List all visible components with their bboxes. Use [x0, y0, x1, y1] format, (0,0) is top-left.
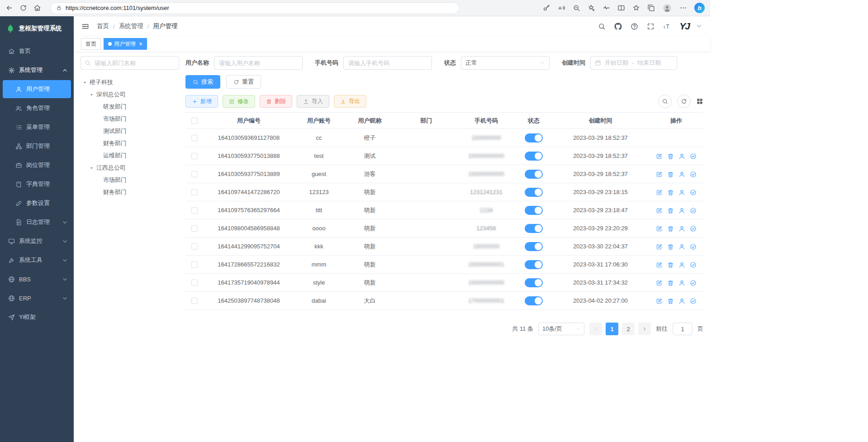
reset-button[interactable]: 重置	[226, 75, 261, 89]
profile-avatar[interactable]	[662, 3, 672, 13]
sidebar-item[interactable]: 角色管理	[0, 99, 74, 118]
sidebar-item[interactable]: 系统监控	[0, 232, 74, 251]
browser-back-icon[interactable]	[5, 4, 13, 12]
delete-row-icon[interactable]	[667, 207, 674, 214]
row-checkbox[interactable]	[191, 135, 198, 141]
reset-password-icon[interactable]	[678, 153, 685, 160]
sidebar-item[interactable]: 用户管理	[3, 80, 71, 98]
assign-role-icon[interactable]	[690, 280, 697, 286]
tree-node[interactable]: 财务部门	[81, 186, 179, 198]
assign-role-icon[interactable]	[690, 243, 697, 250]
tab-close-icon[interactable]: ×	[139, 41, 142, 47]
font-size-icon[interactable]: tT	[663, 23, 671, 30]
url-bar[interactable]: https://ccnetcore.com:1101/system/user	[50, 2, 460, 14]
status-toggle[interactable]	[525, 133, 543, 143]
tree-expand-icon[interactable]	[89, 92, 96, 97]
breadcrumb-item[interactable]: 系统管理	[119, 22, 143, 30]
tree-node[interactable]: 运维部门	[81, 149, 179, 162]
column-settings-icon[interactable]	[696, 98, 703, 105]
status-toggle[interactable]	[525, 296, 543, 305]
row-checkbox[interactable]	[191, 298, 198, 304]
sidebar-item[interactable]: 系统管理	[0, 61, 74, 80]
tree-node[interactable]: 江西总公司	[81, 162, 179, 174]
status-toggle[interactable]	[525, 224, 543, 233]
edit-row-icon[interactable]	[656, 243, 663, 250]
collections-icon[interactable]	[647, 4, 655, 12]
tree-node[interactable]: 市场部门	[81, 174, 179, 186]
browser-more-icon[interactable]	[679, 4, 687, 12]
view-tab[interactable]: 首页	[81, 38, 101, 50]
assign-role-icon[interactable]	[690, 207, 697, 214]
refresh-table-button[interactable]	[677, 95, 691, 108]
row-checkbox[interactable]	[191, 225, 198, 232]
sidebar-item[interactable]: 字典管理	[0, 175, 74, 194]
row-checkbox[interactable]	[191, 171, 198, 177]
row-checkbox[interactable]	[191, 189, 198, 195]
phone-input[interactable]	[343, 56, 432, 70]
user-avatar[interactable]: YJ	[679, 21, 689, 32]
delete-row-icon[interactable]	[667, 261, 674, 268]
password-key-icon[interactable]	[543, 4, 550, 12]
status-toggle[interactable]	[525, 260, 543, 269]
status-toggle[interactable]	[525, 188, 543, 197]
dept-search-input[interactable]	[81, 56, 179, 70]
delete-row-icon[interactable]	[667, 243, 674, 250]
delete-row-icon[interactable]	[667, 225, 674, 232]
assign-role-icon[interactable]	[690, 189, 697, 196]
favorites-icon[interactable]	[632, 4, 640, 12]
select-all-checkbox[interactable]	[191, 118, 198, 124]
tree-expand-icon[interactable]	[89, 165, 96, 171]
tree-node[interactable]: 市场部门	[81, 113, 179, 125]
split-screen-icon[interactable]	[617, 4, 625, 12]
copilot-icon[interactable]: b	[694, 3, 705, 13]
view-tab[interactable]: 用户管理×	[104, 38, 147, 50]
tree-node[interactable]: 研发部门	[81, 100, 179, 113]
browser-refresh-icon[interactable]	[19, 4, 27, 12]
export-button[interactable]: 导出	[334, 95, 366, 108]
assign-role-icon[interactable]	[690, 153, 697, 160]
reset-password-icon[interactable]	[678, 225, 685, 232]
tree-node[interactable]: 橙子科技	[81, 76, 179, 88]
status-toggle[interactable]	[525, 278, 543, 287]
browser-essentials-icon[interactable]	[602, 4, 610, 12]
zoom-icon[interactable]	[573, 4, 580, 12]
add-button[interactable]: 新增	[185, 95, 218, 108]
delete-row-icon[interactable]	[667, 298, 674, 304]
edit-row-icon[interactable]	[656, 225, 663, 232]
status-toggle[interactable]	[525, 206, 543, 215]
edit-row-icon[interactable]	[656, 298, 663, 304]
sidebar-item[interactable]: 日志管理	[0, 213, 74, 232]
sidebar-item[interactable]: 岗位管理	[0, 156, 74, 175]
delete-row-icon[interactable]	[667, 189, 674, 196]
sidebar-item[interactable]: 菜单管理	[0, 118, 74, 137]
reset-password-icon[interactable]	[678, 243, 685, 250]
sidebar-item[interactable]: 系统工具	[0, 251, 74, 270]
row-checkbox[interactable]	[191, 280, 198, 286]
app-logo[interactable]: 意框架管理系统	[0, 16, 74, 41]
edit-row-icon[interactable]	[656, 189, 663, 196]
tree-node[interactable]: 测试部门	[81, 125, 179, 137]
sidebar-item[interactable]: 首页	[0, 42, 74, 61]
row-checkbox[interactable]	[191, 243, 198, 250]
edit-row-icon[interactable]	[656, 280, 663, 286]
help-icon[interactable]	[631, 23, 638, 30]
user-menu-chevron-icon[interactable]	[695, 22, 703, 30]
read-aloud-icon[interactable]: A	[558, 4, 565, 12]
assign-role-icon[interactable]	[690, 261, 697, 268]
reset-password-icon[interactable]	[678, 261, 685, 268]
browser-home-icon[interactable]	[33, 4, 41, 12]
sidebar-item[interactable]: Yi框架	[0, 308, 74, 327]
tree-node[interactable]: 财务部门	[81, 137, 179, 149]
sidebar-item[interactable]: 部门管理	[0, 137, 74, 156]
edit-button[interactable]: 修改	[223, 95, 255, 108]
sidebar-item[interactable]: ERP	[0, 289, 74, 308]
sidebar-item[interactable]: BBS	[0, 270, 74, 289]
assign-role-icon[interactable]	[690, 298, 697, 304]
edit-row-icon[interactable]	[656, 153, 663, 160]
delete-row-icon[interactable]	[667, 280, 674, 286]
reset-password-icon[interactable]	[678, 189, 685, 196]
favorite-add-icon[interactable]	[588, 4, 595, 12]
collapse-sidebar-icon[interactable]	[81, 22, 90, 31]
page-number-button[interactable]: 1	[606, 323, 618, 335]
goto-page-input[interactable]	[673, 323, 693, 335]
